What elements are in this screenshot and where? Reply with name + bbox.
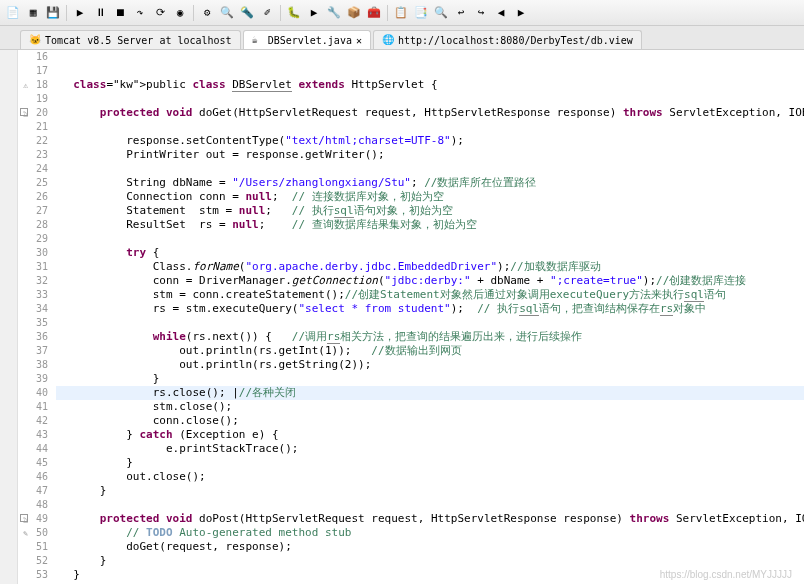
over-marker-icon[interactable]: △ bbox=[18, 107, 28, 117]
code-line[interactable]: 18⚠ class="kw">public class DBServlet ex… bbox=[18, 78, 804, 92]
code-line[interactable]: 43 } catch (Exception e) { bbox=[18, 428, 804, 442]
toolbar-icon-22[interactable]: ↪ bbox=[472, 4, 490, 22]
toolbar-icon-7[interactable]: ⟳ bbox=[151, 4, 169, 22]
code-line[interactable]: 48 bbox=[18, 498, 804, 512]
toolbar-icon-8[interactable]: ◉ bbox=[171, 4, 189, 22]
line-number-gutter[interactable]: 29 bbox=[18, 232, 56, 246]
toolbar-icon-13[interactable]: 🐛 bbox=[285, 4, 303, 22]
line-number-gutter[interactable]: 35 bbox=[18, 316, 56, 330]
code-line[interactable]: 20-△ protected void doGet(HttpServletReq… bbox=[18, 106, 804, 120]
line-number-gutter[interactable]: 32 bbox=[18, 274, 56, 288]
code-line[interactable]: 39 } bbox=[18, 372, 804, 386]
line-number-gutter[interactable]: 23 bbox=[18, 148, 56, 162]
line-number-gutter[interactable]: 47 bbox=[18, 484, 56, 498]
toolbar-icon-11[interactable]: 🔦 bbox=[238, 4, 256, 22]
code-line[interactable]: 32 conn = DriverManager.getConnection("j… bbox=[18, 274, 804, 288]
line-number-gutter[interactable]: 39 bbox=[18, 372, 56, 386]
code-line[interactable]: 33 stm = conn.createStatement();//创建Stat… bbox=[18, 288, 804, 302]
code-line[interactable]: 24 bbox=[18, 162, 804, 176]
toolbar-icon-20[interactable]: 🔍 bbox=[432, 4, 450, 22]
line-number-gutter[interactable]: 31 bbox=[18, 260, 56, 274]
code-line[interactable]: 30 try { bbox=[18, 246, 804, 260]
code-line[interactable]: 37 out.println(rs.getInt(1)); //数据输出到网页 bbox=[18, 344, 804, 358]
code-line[interactable]: 40 rs.close(); |//各种关闭 bbox=[18, 386, 804, 400]
line-number-gutter[interactable]: 44 bbox=[18, 442, 56, 456]
line-number-gutter[interactable]: 33 bbox=[18, 288, 56, 302]
line-number-gutter[interactable]: 24 bbox=[18, 162, 56, 176]
line-number-gutter[interactable]: 45 bbox=[18, 456, 56, 470]
toolbar-icon-12[interactable]: ✐ bbox=[258, 4, 276, 22]
line-number-gutter[interactable]: 46 bbox=[18, 470, 56, 484]
line-number-gutter[interactable]: 38 bbox=[18, 358, 56, 372]
code-line[interactable]: 35 bbox=[18, 316, 804, 330]
line-number-gutter[interactable]: 20-△ bbox=[18, 106, 56, 120]
line-number-gutter[interactable]: 53 bbox=[18, 568, 56, 582]
code-line[interactable]: 44 e.printStackTrace(); bbox=[18, 442, 804, 456]
line-number-gutter[interactable]: 22 bbox=[18, 134, 56, 148]
line-number-gutter[interactable]: 21 bbox=[18, 120, 56, 134]
toolbar-icon-0[interactable]: 📄 bbox=[4, 4, 22, 22]
line-number-gutter[interactable]: 18⚠ bbox=[18, 78, 56, 92]
code-line[interactable]: 42 conn.close(); bbox=[18, 414, 804, 428]
line-number-gutter[interactable]: 19 bbox=[18, 92, 56, 106]
code-line[interactable]: 49-△ protected void doPost(HttpServletRe… bbox=[18, 512, 804, 526]
editor-tab-2[interactable]: 🌐http://localhost:8080/DerbyTest/db.view bbox=[373, 30, 642, 49]
toolbar-icon-21[interactable]: ↩ bbox=[452, 4, 470, 22]
over-marker-icon[interactable]: △ bbox=[18, 513, 28, 523]
line-number-gutter[interactable]: 48 bbox=[18, 498, 56, 512]
line-number-gutter[interactable]: 42 bbox=[18, 414, 56, 428]
code-line[interactable]: 23 PrintWriter out = response.getWriter(… bbox=[18, 148, 804, 162]
line-number-gutter[interactable]: 27 bbox=[18, 204, 56, 218]
toolbar-icon-1[interactable]: ▦ bbox=[24, 4, 42, 22]
todo-marker-icon[interactable]: ✎ bbox=[18, 527, 28, 537]
line-number-gutter[interactable]: 49-△ bbox=[18, 512, 56, 526]
line-number-gutter[interactable]: 34 bbox=[18, 302, 56, 316]
code-line[interactable]: 21 bbox=[18, 120, 804, 134]
code-editor[interactable]: 161718⚠ class="kw">public class DBServle… bbox=[18, 50, 804, 584]
toolbar-icon-24[interactable]: ▶ bbox=[512, 4, 530, 22]
code-line[interactable]: 47 } bbox=[18, 484, 804, 498]
line-number-gutter[interactable]: 43 bbox=[18, 428, 56, 442]
toolbar-icon-3[interactable]: ▶ bbox=[71, 4, 89, 22]
code-line[interactable]: 29 bbox=[18, 232, 804, 246]
line-number-gutter[interactable]: 40 bbox=[18, 386, 56, 400]
toolbar-icon-16[interactable]: 📦 bbox=[345, 4, 363, 22]
code-line[interactable]: 36 while(rs.next()) { //调用rs相关方法，把查询的结果遍… bbox=[18, 330, 804, 344]
toolbar-icon-19[interactable]: 📑 bbox=[412, 4, 430, 22]
code-line[interactable]: 19 bbox=[18, 92, 804, 106]
code-line[interactable]: 28 ResultSet rs = null; // 查询数据库结果集对象，初始… bbox=[18, 218, 804, 232]
toolbar-icon-18[interactable]: 📋 bbox=[392, 4, 410, 22]
code-line[interactable]: 25 String dbName = "/Users/zhanglongxian… bbox=[18, 176, 804, 190]
code-line[interactable]: 41 stm.close(); bbox=[18, 400, 804, 414]
code-line[interactable]: 46 out.close(); bbox=[18, 470, 804, 484]
code-line[interactable]: 50✎ // TODO Auto-generated method stub bbox=[18, 526, 804, 540]
editor-tab-1[interactable]: ☕DBServlet.java ✕ bbox=[243, 30, 371, 49]
line-number-gutter[interactable]: 30 bbox=[18, 246, 56, 260]
toolbar-icon-5[interactable]: ⏹ bbox=[111, 4, 129, 22]
line-number-gutter[interactable]: 37 bbox=[18, 344, 56, 358]
code-line[interactable]: 34 rs = stm.executeQuery("select * from … bbox=[18, 302, 804, 316]
line-number-gutter[interactable]: 28 bbox=[18, 218, 56, 232]
toolbar-icon-15[interactable]: 🔧 bbox=[325, 4, 343, 22]
line-number-gutter[interactable]: 25 bbox=[18, 176, 56, 190]
code-line[interactable]: 16 bbox=[18, 50, 804, 64]
toolbar-icon-9[interactable]: ⚙ bbox=[198, 4, 216, 22]
code-line[interactable]: 52 } bbox=[18, 554, 804, 568]
toolbar-icon-2[interactable]: 💾 bbox=[44, 4, 62, 22]
code-line[interactable]: 51 doGet(request, response); bbox=[18, 540, 804, 554]
line-number-gutter[interactable]: 51 bbox=[18, 540, 56, 554]
code-line[interactable]: 45 } bbox=[18, 456, 804, 470]
toolbar-icon-23[interactable]: ◀ bbox=[492, 4, 510, 22]
line-number-gutter[interactable]: 26 bbox=[18, 190, 56, 204]
toolbar-icon-14[interactable]: ▶ bbox=[305, 4, 323, 22]
code-line[interactable]: 27 Statement stm = null; // 执行sql语句对象，初始… bbox=[18, 204, 804, 218]
warn-marker-icon[interactable]: ⚠ bbox=[18, 79, 28, 89]
code-line[interactable]: 26 Connection conn = null; // 连接数据库对象，初始… bbox=[18, 190, 804, 204]
editor-tab-0[interactable]: 🐱Tomcat v8.5 Server at localhost bbox=[20, 30, 241, 49]
toolbar-icon-6[interactable]: ↷ bbox=[131, 4, 149, 22]
line-number-gutter[interactable]: 36 bbox=[18, 330, 56, 344]
code-line[interactable]: 22 response.setContentType("text/html;ch… bbox=[18, 134, 804, 148]
toolbar-icon-10[interactable]: 🔍 bbox=[218, 4, 236, 22]
line-number-gutter[interactable]: 16 bbox=[18, 50, 56, 64]
line-number-gutter[interactable]: 41 bbox=[18, 400, 56, 414]
